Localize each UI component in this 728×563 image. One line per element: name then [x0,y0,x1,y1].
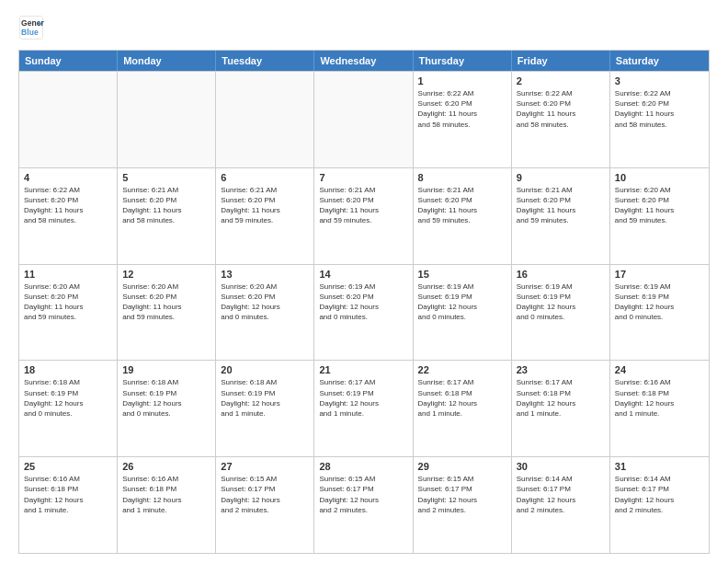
cell-info: Sunrise: 6:19 AM Sunset: 6:19 PM Dayligh… [517,282,605,323]
cal-cell-1: 1Sunrise: 6:22 AM Sunset: 6:20 PM Daylig… [414,72,512,167]
calendar-header: SundayMondayTuesdayWednesdayThursdayFrid… [19,51,709,71]
day-number: 25 [24,461,112,472]
cell-info: Sunrise: 6:21 AM Sunset: 6:20 PM Dayligh… [221,185,309,226]
cell-info: Sunrise: 6:16 AM Sunset: 6:18 PM Dayligh… [24,474,112,515]
cell-info: Sunrise: 6:17 AM Sunset: 6:18 PM Dayligh… [418,377,506,419]
cell-info: Sunrise: 6:18 AM Sunset: 6:19 PM Dayligh… [122,377,210,419]
cell-info: Sunrise: 6:20 AM Sunset: 6:20 PM Dayligh… [24,282,112,323]
cal-cell-8: 8Sunrise: 6:21 AM Sunset: 6:20 PM Daylig… [414,168,512,264]
header-day-thursday: Thursday [414,51,512,71]
cal-cell-27: 27Sunrise: 6:15 AM Sunset: 6:17 PM Dayli… [216,457,314,553]
cell-info: Sunrise: 6:15 AM Sunset: 6:17 PM Dayligh… [221,474,309,515]
cell-info: Sunrise: 6:20 AM Sunset: 6:20 PM Dayligh… [615,185,704,226]
cal-cell-16: 16Sunrise: 6:19 AM Sunset: 6:19 PM Dayli… [512,265,610,361]
cal-cell-29: 29Sunrise: 6:15 AM Sunset: 6:17 PM Dayli… [414,457,512,553]
day-number: 22 [418,364,506,375]
day-number: 9 [517,172,605,183]
logo: General Blue [18,15,48,40]
cal-cell-20: 20Sunrise: 6:18 AM Sunset: 6:19 PM Dayli… [216,361,314,456]
week-5: 25Sunrise: 6:16 AM Sunset: 6:18 PM Dayli… [19,456,709,553]
cell-info: Sunrise: 6:18 AM Sunset: 6:19 PM Dayligh… [24,377,112,419]
cell-info: Sunrise: 6:14 AM Sunset: 6:17 PM Dayligh… [615,474,704,515]
cal-cell-19: 19Sunrise: 6:18 AM Sunset: 6:19 PM Dayli… [118,361,216,456]
day-number: 11 [24,269,112,280]
day-number: 29 [418,461,506,472]
cal-cell-18: 18Sunrise: 6:18 AM Sunset: 6:19 PM Dayli… [19,361,118,456]
day-number: 20 [221,364,309,375]
cal-cell-23: 23Sunrise: 6:17 AM Sunset: 6:18 PM Dayli… [512,361,610,456]
cal-cell-empty-1 [118,72,216,167]
day-number: 26 [122,461,210,472]
day-number: 4 [24,172,112,183]
cell-info: Sunrise: 6:21 AM Sunset: 6:20 PM Dayligh… [122,185,210,226]
cell-info: Sunrise: 6:18 AM Sunset: 6:19 PM Dayligh… [221,377,309,419]
cal-cell-7: 7Sunrise: 6:21 AM Sunset: 6:20 PM Daylig… [314,168,413,264]
cell-info: Sunrise: 6:16 AM Sunset: 6:18 PM Dayligh… [615,377,704,419]
day-number: 7 [319,172,407,183]
cell-info: Sunrise: 6:15 AM Sunset: 6:17 PM Dayligh… [418,474,506,515]
cell-info: Sunrise: 6:16 AM Sunset: 6:18 PM Dayligh… [122,474,210,515]
week-2: 4Sunrise: 6:22 AM Sunset: 6:20 PM Daylig… [19,167,709,264]
day-number: 19 [122,364,210,375]
cal-cell-14: 14Sunrise: 6:19 AM Sunset: 6:20 PM Dayli… [314,265,413,361]
week-3: 11Sunrise: 6:20 AM Sunset: 6:20 PM Dayli… [19,264,709,361]
day-number: 18 [24,364,112,375]
cell-info: Sunrise: 6:21 AM Sunset: 6:20 PM Dayligh… [418,185,506,226]
day-number: 1 [418,75,506,86]
day-number: 2 [517,75,605,86]
cell-info: Sunrise: 6:22 AM Sunset: 6:20 PM Dayligh… [615,88,704,130]
header: General Blue [18,15,710,40]
day-number: 28 [319,461,407,472]
header-day-saturday: Saturday [610,51,709,71]
day-number: 5 [122,172,210,183]
week-1: 1Sunrise: 6:22 AM Sunset: 6:20 PM Daylig… [19,71,709,167]
cal-cell-11: 11Sunrise: 6:20 AM Sunset: 6:20 PM Dayli… [19,265,118,361]
day-number: 6 [221,172,309,183]
cell-info: Sunrise: 6:19 AM Sunset: 6:19 PM Dayligh… [615,282,704,323]
day-number: 12 [122,269,210,280]
cell-info: Sunrise: 6:14 AM Sunset: 6:17 PM Dayligh… [517,474,605,515]
day-number: 14 [319,269,407,280]
cal-cell-4: 4Sunrise: 6:22 AM Sunset: 6:20 PM Daylig… [19,168,118,264]
cell-info: Sunrise: 6:19 AM Sunset: 6:20 PM Dayligh… [319,282,407,323]
logo-icon: General Blue [18,15,44,40]
day-number: 23 [517,364,605,375]
cal-cell-30: 30Sunrise: 6:14 AM Sunset: 6:17 PM Dayli… [512,457,610,553]
day-number: 27 [221,461,309,472]
cal-cell-9: 9Sunrise: 6:21 AM Sunset: 6:20 PM Daylig… [512,168,610,264]
cal-cell-22: 22Sunrise: 6:17 AM Sunset: 6:18 PM Dayli… [414,361,512,456]
day-number: 16 [517,269,605,280]
cal-cell-17: 17Sunrise: 6:19 AM Sunset: 6:19 PM Dayli… [610,265,709,361]
header-day-sunday: Sunday [19,51,118,71]
cell-info: Sunrise: 6:17 AM Sunset: 6:19 PM Dayligh… [319,377,407,419]
day-number: 21 [319,364,407,375]
cell-info: Sunrise: 6:22 AM Sunset: 6:20 PM Dayligh… [24,185,112,226]
day-number: 10 [615,172,704,183]
cell-info: Sunrise: 6:20 AM Sunset: 6:20 PM Dayligh… [122,282,210,323]
cell-info: Sunrise: 6:22 AM Sunset: 6:20 PM Dayligh… [517,88,605,130]
cal-cell-empty-0 [19,72,118,167]
header-day-wednesday: Wednesday [314,51,413,71]
cal-cell-28: 28Sunrise: 6:15 AM Sunset: 6:17 PM Dayli… [314,457,413,553]
day-number: 31 [615,461,704,472]
cal-cell-13: 13Sunrise: 6:20 AM Sunset: 6:20 PM Dayli… [216,265,314,361]
day-number: 24 [615,364,704,375]
cal-cell-empty-2 [216,72,314,167]
cal-cell-25: 25Sunrise: 6:16 AM Sunset: 6:18 PM Dayli… [19,457,118,553]
cal-cell-empty-3 [314,72,413,167]
header-day-monday: Monday [118,51,216,71]
svg-text:Blue: Blue [21,28,39,37]
cell-info: Sunrise: 6:21 AM Sunset: 6:20 PM Dayligh… [319,185,407,226]
cal-cell-5: 5Sunrise: 6:21 AM Sunset: 6:20 PM Daylig… [118,168,216,264]
day-number: 13 [221,269,309,280]
cell-info: Sunrise: 6:22 AM Sunset: 6:20 PM Dayligh… [418,88,506,130]
cell-info: Sunrise: 6:20 AM Sunset: 6:20 PM Dayligh… [221,282,309,323]
cal-cell-3: 3Sunrise: 6:22 AM Sunset: 6:20 PM Daylig… [610,72,709,167]
day-number: 15 [418,269,506,280]
cal-cell-12: 12Sunrise: 6:20 AM Sunset: 6:20 PM Dayli… [118,265,216,361]
cal-cell-24: 24Sunrise: 6:16 AM Sunset: 6:18 PM Dayli… [610,361,709,456]
header-day-friday: Friday [512,51,610,71]
cal-cell-15: 15Sunrise: 6:19 AM Sunset: 6:19 PM Dayli… [414,265,512,361]
cell-info: Sunrise: 6:19 AM Sunset: 6:19 PM Dayligh… [418,282,506,323]
header-day-tuesday: Tuesday [216,51,314,71]
